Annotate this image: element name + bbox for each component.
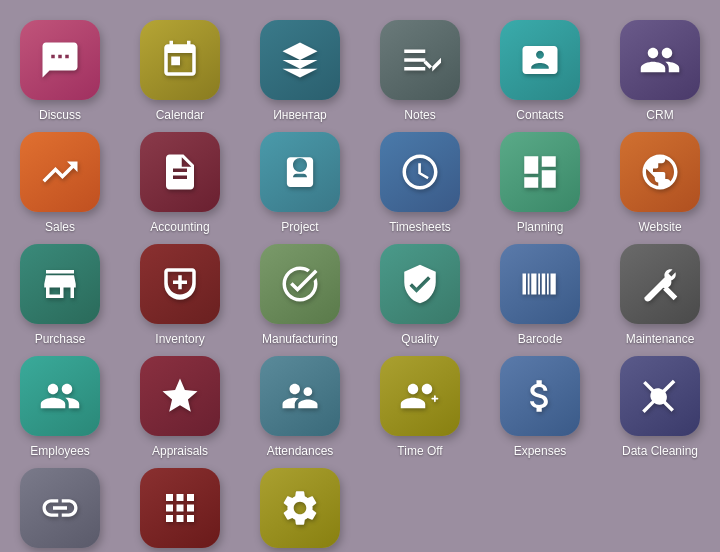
- employees-label: Employees: [30, 444, 89, 458]
- expenses-icon: [500, 356, 580, 436]
- app-attendances[interactable]: Attendances: [245, 356, 355, 458]
- notes-label: Notes: [404, 108, 435, 122]
- app-quality[interactable]: Quality: [365, 244, 475, 346]
- maintenance-icon: [620, 244, 700, 324]
- project-label: Project: [281, 220, 318, 234]
- accounting-icon: [140, 132, 220, 212]
- app-accounting[interactable]: Accounting: [125, 132, 235, 234]
- crm-icon: [620, 20, 700, 100]
- calendar-icon: [140, 20, 220, 100]
- settings-icon: [260, 468, 340, 548]
- app-project[interactable]: Project: [245, 132, 355, 234]
- website-icon: [620, 132, 700, 212]
- crm-label: CRM: [646, 108, 673, 122]
- apps-icon: [140, 468, 220, 548]
- planning-icon: [500, 132, 580, 212]
- quality-label: Quality: [401, 332, 438, 346]
- timesheets-label: Timesheets: [389, 220, 451, 234]
- timeoff-label: Time Off: [397, 444, 442, 458]
- app-notes[interactable]: Notes: [365, 20, 475, 122]
- app-manufacturing[interactable]: Manufacturing: [245, 244, 355, 346]
- app-appraisals[interactable]: Appraisals: [125, 356, 235, 458]
- timesheets-icon: [380, 132, 460, 212]
- datacleaning-label: Data Cleaning: [622, 444, 698, 458]
- notes-icon: [380, 20, 460, 100]
- app-crm[interactable]: CRM: [605, 20, 715, 122]
- inventar-icon: [260, 20, 340, 100]
- app-inventar[interactable]: Инвентар: [245, 20, 355, 122]
- quality-icon: [380, 244, 460, 324]
- contacts-icon: [500, 20, 580, 100]
- appraisals-label: Appraisals: [152, 444, 208, 458]
- app-website[interactable]: Website: [605, 132, 715, 234]
- app-planning[interactable]: Planning: [485, 132, 595, 234]
- barcode-label: Barcode: [518, 332, 563, 346]
- website-label: Website: [638, 220, 681, 234]
- inventory-label: Inventory: [155, 332, 204, 346]
- contacts-label: Contacts: [516, 108, 563, 122]
- planning-label: Planning: [517, 220, 564, 234]
- purchase-icon: [20, 244, 100, 324]
- app-timesheets[interactable]: Timesheets: [365, 132, 475, 234]
- datacleaning-icon: [620, 356, 700, 436]
- app-datacleaning[interactable]: Data Cleaning: [605, 356, 715, 458]
- app-maintenance[interactable]: Maintenance: [605, 244, 715, 346]
- app-sales[interactable]: Sales: [5, 132, 115, 234]
- app-grid: Discuss Calendar Инвентар Notes Contacts…: [0, 0, 720, 552]
- app-discuss[interactable]: Discuss: [5, 20, 115, 122]
- attendances-label: Attendances: [267, 444, 334, 458]
- timeoff-icon: [380, 356, 460, 436]
- employees-icon: [20, 356, 100, 436]
- discuss-icon: [20, 20, 100, 100]
- app-settings[interactable]: Settings: [245, 468, 355, 552]
- linktracker-icon: [20, 468, 100, 548]
- barcode-icon: [500, 244, 580, 324]
- app-timeoff[interactable]: Time Off: [365, 356, 475, 458]
- project-icon: [260, 132, 340, 212]
- manufacturing-label: Manufacturing: [262, 332, 338, 346]
- app-barcode[interactable]: Barcode: [485, 244, 595, 346]
- app-linktracker[interactable]: Link Tracker: [5, 468, 115, 552]
- appraisals-icon: [140, 356, 220, 436]
- manufacturing-icon: [260, 244, 340, 324]
- sales-label: Sales: [45, 220, 75, 234]
- app-purchase[interactable]: Purchase: [5, 244, 115, 346]
- expenses-label: Expenses: [514, 444, 567, 458]
- app-calendar[interactable]: Calendar: [125, 20, 235, 122]
- app-inventory[interactable]: Inventory: [125, 244, 235, 346]
- purchase-label: Purchase: [35, 332, 86, 346]
- discuss-label: Discuss: [39, 108, 81, 122]
- accounting-label: Accounting: [150, 220, 209, 234]
- app-apps[interactable]: Apps: [125, 468, 235, 552]
- attendances-icon: [260, 356, 340, 436]
- inventar-label: Инвентар: [273, 108, 327, 122]
- maintenance-label: Maintenance: [626, 332, 695, 346]
- app-contacts[interactable]: Contacts: [485, 20, 595, 122]
- sales-icon: [20, 132, 100, 212]
- app-employees[interactable]: Employees: [5, 356, 115, 458]
- app-expenses[interactable]: Expenses: [485, 356, 595, 458]
- inventory-icon: [140, 244, 220, 324]
- calendar-label: Calendar: [156, 108, 205, 122]
